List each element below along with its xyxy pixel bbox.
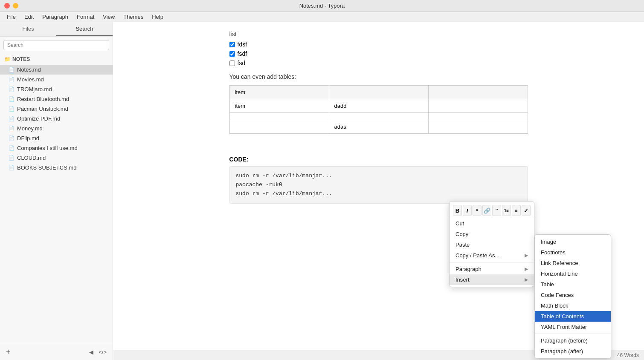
- menu-paragraph[interactable]: Paragraph: [39, 13, 72, 21]
- file-icon: 📄: [9, 96, 15, 102]
- file-name: Optimize PDF.md: [17, 115, 60, 122]
- context-menu-copy-paste-as[interactable]: Copy / Paste As... ▶: [450, 250, 534, 261]
- window-controls: [4, 3, 27, 9]
- submenu-separator: [535, 334, 611, 334]
- file-icon: 📄: [9, 155, 15, 161]
- data-table: item item dadd: [229, 85, 528, 134]
- submenu-item-link-reference[interactable]: Link Reference: [535, 258, 611, 268]
- format-asterisk-button[interactable]: *: [473, 205, 482, 216]
- section-label: NOTES: [12, 56, 30, 62]
- minimize-button[interactable]: [13, 3, 18, 9]
- table-header-cell: [428, 86, 528, 99]
- file-name: Money.md: [17, 125, 43, 132]
- format-list-button[interactable]: ≡: [512, 205, 521, 216]
- submenu-item-paragraph-after[interactable]: Paragraph (after): [535, 346, 611, 357]
- format-italic-button[interactable]: I: [463, 205, 472, 216]
- menu-themes[interactable]: Themes: [120, 13, 147, 21]
- context-menu-copy-label: Copy: [455, 231, 468, 237]
- submenu-item-footnotes[interactable]: Footnotes: [535, 247, 611, 258]
- add-file-button[interactable]: +: [4, 347, 12, 357]
- list-item[interactable]: 📄 Restart Bluetooth.md: [0, 94, 113, 104]
- code-block: sudo rm -r /var/lib/manjar... paccache -…: [229, 166, 528, 204]
- sidebar: Files Search 📁 NOTES 📄 Notes.md 📄 Movies…: [0, 22, 113, 360]
- main-layout: Files Search 📁 NOTES 📄 Notes.md 📄 Movies…: [0, 22, 644, 360]
- list-item[interactable]: 📄 DFlip.md: [0, 133, 113, 143]
- tab-files[interactable]: Files: [0, 22, 56, 36]
- checkbox-list: fdsf fsdf fsd: [229, 41, 528, 66]
- context-menu-copy[interactable]: Copy: [450, 229, 534, 239]
- menu-file[interactable]: File: [3, 13, 19, 21]
- list-item[interactable]: 📄 Optimize PDF.md: [0, 114, 113, 124]
- file-name: Companies I still use.md: [17, 145, 78, 151]
- doc-body: list fdsf fsdf fsd You can even: [229, 31, 528, 204]
- table-row: [229, 113, 528, 120]
- menu-edit[interactable]: Edit: [21, 13, 37, 21]
- format-check-button[interactable]: ✓: [522, 205, 531, 216]
- list-item[interactable]: 📄 Notes.md: [0, 65, 113, 75]
- file-name: DFlip.md: [17, 135, 39, 141]
- submenu-item-table-of-contents[interactable]: Table of Contents: [535, 311, 611, 322]
- folder-icon: 📁: [4, 56, 11, 62]
- table-cell: [229, 120, 329, 134]
- context-menu-cut[interactable]: Cut: [450, 218, 534, 229]
- file-icon: 📄: [9, 77, 15, 82]
- file-icon: 📄: [9, 126, 15, 131]
- list-item[interactable]: 📄 Money.md: [0, 124, 113, 133]
- format-toolbar: B I * 🔗 " 1≡ ≡ ✓: [450, 203, 534, 218]
- sidebar-section-header: 📁 NOTES: [0, 54, 113, 65]
- list-item[interactable]: 📄 CLOUD.md: [0, 153, 113, 163]
- format-bold-button[interactable]: B: [453, 205, 462, 216]
- checkbox-fsdf[interactable]: [229, 51, 235, 57]
- toggle-source-button[interactable]: </>: [97, 348, 108, 356]
- format-quote-button[interactable]: ": [492, 205, 501, 216]
- table-row: adas: [229, 120, 528, 134]
- list-item[interactable]: 📄 BOOKS SUBJETCS.md: [0, 163, 113, 173]
- list-item[interactable]: 📄 TROMjaro.md: [0, 84, 113, 94]
- table-cell: [329, 113, 428, 120]
- sidebar-tabs: Files Search: [0, 22, 113, 37]
- checkbox-fsd[interactable]: [229, 60, 235, 66]
- submenu-item-table[interactable]: Table: [535, 279, 611, 290]
- table-header-cell: [329, 86, 428, 99]
- format-ordered-list-button[interactable]: 1≡: [502, 205, 511, 216]
- list-item[interactable]: 📄 Companies I still use.md: [0, 143, 113, 153]
- submenu-item-horizontal-line[interactable]: Horizontal Line: [535, 268, 611, 279]
- menu-help[interactable]: Help: [148, 13, 167, 21]
- table-cell: dadd: [329, 99, 428, 113]
- submenu-item-paragraph-before[interactable]: Paragraph (before): [535, 335, 611, 346]
- format-link-button[interactable]: 🔗: [482, 205, 491, 216]
- search-input[interactable]: [3, 40, 109, 50]
- list-item[interactable]: 📄 Movies.md: [0, 75, 113, 84]
- table-cell: item: [229, 99, 329, 113]
- editor-area: list fdsf fsdf fsd You can even: [113, 22, 644, 360]
- menu-view[interactable]: View: [99, 13, 118, 21]
- context-menu-insert[interactable]: Insert ▶: [450, 274, 534, 285]
- context-menu: B I * 🔗 " 1≡ ≡ ✓ Cut Copy Paste Copy / P…: [449, 201, 534, 287]
- file-icon: 📄: [9, 86, 15, 92]
- table-cell: [428, 113, 528, 120]
- submenu-item-image[interactable]: Image: [535, 236, 611, 247]
- word-count: 46 Words: [617, 352, 639, 358]
- navigate-back-button[interactable]: ◀: [87, 348, 95, 356]
- tab-search[interactable]: Search: [56, 22, 113, 36]
- context-menu-paragraph[interactable]: Paragraph ▶: [450, 264, 534, 274]
- checkbox-label: fsdf: [238, 50, 247, 57]
- file-name: Restart Bluetooth.md: [17, 96, 69, 102]
- list-item: fsdf: [229, 50, 528, 57]
- context-menu-cut-label: Cut: [455, 220, 464, 227]
- context-menu-copy-paste-label: Copy / Paste As...: [455, 252, 499, 259]
- file-icon: 📄: [9, 116, 15, 121]
- file-icon: 📄: [9, 67, 15, 72]
- checkbox-fdsf[interactable]: [229, 42, 235, 47]
- submenu-item-code-fences[interactable]: Code Fences: [535, 290, 611, 300]
- menu-format[interactable]: Format: [73, 13, 98, 21]
- close-button[interactable]: [4, 3, 10, 9]
- code-line: sudo rm -r /var/lib/manjar...: [236, 172, 522, 181]
- submenu-item-math-block[interactable]: Math Block: [535, 300, 611, 311]
- file-name: Notes.md: [17, 66, 41, 73]
- list-item[interactable]: 📄 Pacman Unstuck.md: [0, 104, 113, 114]
- context-menu-paste[interactable]: Paste: [450, 239, 534, 250]
- insert-submenu: Image Footnotes Link Reference Horizonta…: [534, 234, 611, 359]
- code-line: sudo rm -r /var/lib/manjar...: [236, 190, 522, 199]
- submenu-item-yaml-front-matter[interactable]: YAML Front Matter: [535, 322, 611, 332]
